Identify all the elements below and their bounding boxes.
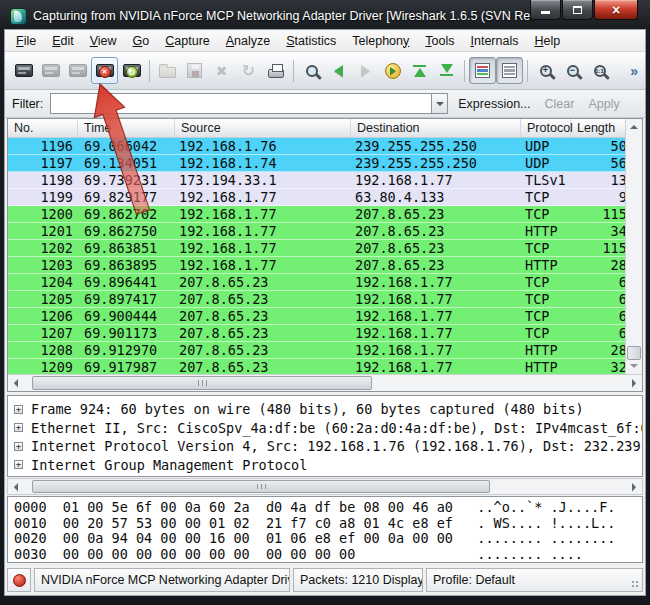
close-button[interactable]: × xyxy=(594,0,638,20)
packet-row-1206[interactable]: 120669.900444207.8.65.23192.168.1.77TCP6… xyxy=(8,308,625,325)
go-bottom-button[interactable] xyxy=(433,57,460,84)
triangle-left-icon xyxy=(14,379,18,387)
clear-button[interactable]: Clear xyxy=(545,97,575,111)
expander-plus-icon[interactable]: + xyxy=(14,460,23,469)
menu-item-statistics[interactable]: Statistics xyxy=(278,32,344,50)
menu-item-internals[interactable]: Internals xyxy=(462,32,526,50)
packet-row-1203[interactable]: 120369.863895192.168.1.77207.8.65.23HTTP… xyxy=(8,257,625,274)
resize-grip[interactable] xyxy=(631,580,640,589)
packet-row-1207[interactable]: 120769.901173207.8.65.23192.168.1.77TCP6… xyxy=(8,325,625,342)
window-title: Capturing from NVIDIA nForce MCP Network… xyxy=(33,9,538,23)
cell-no: 1207 xyxy=(8,325,78,341)
vertical-scrollbar[interactable] xyxy=(625,119,642,374)
scroll-left-button[interactable] xyxy=(8,479,24,494)
packet-row-1199[interactable]: 119969.829177192.168.1.7763.80.4.133TCP9… xyxy=(8,189,625,206)
detail-line-2[interactable]: +Internet Protocol Version 4, Src: 192.1… xyxy=(14,437,642,456)
cell-time: 69.897417 xyxy=(78,291,175,307)
column-header-source[interactable]: Source xyxy=(175,119,351,137)
maximize-button[interactable] xyxy=(562,0,593,20)
packet-count-text: Packets: 1210 Displayed: xyxy=(300,573,423,587)
packet-row-1196[interactable]: 119669.066042192.168.1.76239.255.255.250… xyxy=(8,138,625,155)
print-button[interactable] xyxy=(262,57,289,84)
column-header-no[interactable]: No. xyxy=(8,119,78,137)
capture-options-icon xyxy=(42,64,60,77)
packet-row-1198[interactable]: 119869.739231173.194.33.1192.168.1.77TLS… xyxy=(8,172,625,189)
details-hscrollbar[interactable] xyxy=(7,478,643,495)
packet-row-1209[interactable]: 120969.917987207.8.65.23192.168.1.77HTTP… xyxy=(8,359,625,374)
capture-interface-cell: NVIDIA nForce MCP Networking Adapter Dri… xyxy=(34,568,290,592)
file-close-icon: ✖ xyxy=(216,63,228,79)
menu-item-file[interactable]: File xyxy=(8,32,44,50)
zoom-out-button[interactable]: − xyxy=(559,57,586,84)
go-top-button[interactable] xyxy=(406,57,433,84)
minimize-button[interactable] xyxy=(530,0,561,20)
list-interfaces-button[interactable] xyxy=(10,57,37,84)
expander-plus-icon[interactable]: + xyxy=(14,405,23,414)
scroll-up-button[interactable] xyxy=(626,119,642,135)
expression-button[interactable]: Expression... xyxy=(458,97,530,111)
cell-no: 1206 xyxy=(8,308,78,324)
filter-input[interactable] xyxy=(50,93,431,114)
cell-no: 1208 xyxy=(8,342,78,358)
capture-stop-button[interactable]: × xyxy=(91,57,118,84)
scroll-right-button[interactable] xyxy=(626,375,642,391)
menu-item-edit[interactable]: Edit xyxy=(44,32,82,50)
colorize-button[interactable] xyxy=(469,57,496,84)
hscroll-thumb[interactable] xyxy=(32,376,372,390)
menu-item-tools[interactable]: Tools xyxy=(417,32,462,50)
hex-dump-pane[interactable]: 0000 01 00 5e 6f 00 0a 60 2a d0 4a df be… xyxy=(7,496,643,563)
packet-row-1202[interactable]: 120269.863851192.168.1.77207.8.65.23TCP1… xyxy=(8,240,625,257)
reload-button: ↻ xyxy=(235,57,262,84)
expert-info-cell[interactable] xyxy=(7,568,31,592)
scroll-down-button[interactable] xyxy=(626,358,642,374)
expander-plus-icon[interactable]: + xyxy=(14,442,23,451)
go-back-button[interactable] xyxy=(325,57,352,84)
menu-item-telephony[interactable]: Telephony xyxy=(344,32,417,50)
cell-time: 69.863851 xyxy=(78,240,175,256)
cell-destination: 192.168.1.77 xyxy=(351,291,521,307)
packet-row-1205[interactable]: 120569.897417207.8.65.23192.168.1.77TCP6… xyxy=(8,291,625,308)
toolbar-separator xyxy=(464,60,465,82)
detail-line-1[interactable]: +Ethernet II, Src: CiscoSpv_4a:df:be (60… xyxy=(14,419,642,438)
column-header-time[interactable]: Time xyxy=(78,119,175,137)
autoscroll-button[interactable] xyxy=(496,57,523,84)
detail-line-3[interactable]: +Internet Group Management Protocol xyxy=(14,456,642,475)
cell-protocol: TCP xyxy=(521,308,571,324)
toolbar-overflow-button[interactable]: » xyxy=(630,63,640,79)
expert-info-led-icon xyxy=(13,574,26,587)
detail-line-0[interactable]: +Frame 924: 60 bytes on wire (480 bits),… xyxy=(14,400,642,419)
apply-button[interactable]: Apply xyxy=(588,97,619,111)
packet-list-hscrollbar[interactable] xyxy=(8,374,642,391)
find-button[interactable] xyxy=(298,57,325,84)
expander-plus-icon[interactable]: + xyxy=(14,423,23,432)
filter-dropdown-button[interactable] xyxy=(431,93,448,114)
column-header-length[interactable]: Length xyxy=(571,119,625,137)
menu-item-view[interactable]: View xyxy=(82,32,125,50)
zoom-100-button[interactable]: 1:1 xyxy=(586,57,613,84)
column-header-destination[interactable]: Destination xyxy=(351,119,521,137)
hscroll-thumb[interactable] xyxy=(32,480,490,493)
menu-item-help[interactable]: Help xyxy=(526,32,568,50)
zoom-in-button[interactable]: + xyxy=(532,57,559,84)
scroll-left-button[interactable] xyxy=(8,375,24,391)
cell-source: 192.168.1.77 xyxy=(175,223,351,239)
packet-row-1208[interactable]: 120869.912970207.8.65.23192.168.1.77HTTP… xyxy=(8,342,625,359)
packet-row-1200[interactable]: 120069.862702192.168.1.77207.8.65.23TCP1… xyxy=(8,206,625,223)
scroll-right-button[interactable] xyxy=(626,479,642,494)
menu-item-capture[interactable]: Capture xyxy=(157,32,217,50)
cell-destination: 239.255.255.250 xyxy=(351,138,521,154)
menu-item-go[interactable]: Go xyxy=(125,32,158,50)
column-header-protocol[interactable]: Protocol xyxy=(521,119,571,137)
triangle-right-icon xyxy=(632,379,636,387)
capture-restart-button[interactable]: ↻ xyxy=(118,57,145,84)
packet-row-1204[interactable]: 120469.896441207.8.65.23192.168.1.77TCP6… xyxy=(8,274,625,291)
find-icon xyxy=(306,65,318,77)
profile-cell[interactable]: Profile: Default xyxy=(426,568,643,592)
packet-row-1201[interactable]: 120169.862750192.168.1.77207.8.65.23HTTP… xyxy=(8,223,625,240)
go-to-button[interactable] xyxy=(379,57,406,84)
cell-protocol: TCP xyxy=(521,291,571,307)
menu-item-analyze[interactable]: Analyze xyxy=(218,32,278,50)
cell-destination: 192.168.1.77 xyxy=(351,274,521,290)
packet-row-1197[interactable]: 119769.134051192.168.1.74239.255.255.250… xyxy=(8,155,625,172)
capture-options-button xyxy=(37,57,64,84)
